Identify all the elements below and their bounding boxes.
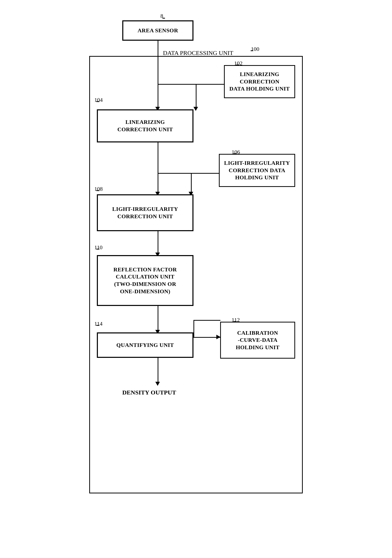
ref100-tick: [251, 50, 253, 51]
ref8-tick: [162, 18, 165, 19]
vline-quant-down: [158, 358, 158, 383]
vline-reflect-to-quant: [158, 306, 158, 331]
line-sensor-down: [158, 41, 158, 56]
vline-lin-data-down: [196, 84, 197, 108]
hline-to-light-unit: [158, 173, 219, 174]
ref108-tick: [96, 190, 99, 191]
ref-104: 104: [94, 97, 103, 103]
light-irr-data-box: LIGHT-IRREGULARITY CORRECTION DATA HOLDI…: [219, 154, 295, 187]
vline-light1: [158, 168, 158, 193]
vline-light-to-reflect: [158, 231, 158, 254]
linearizing-unit-box: LINEARIZING CORRECTION UNIT: [97, 109, 193, 142]
vline-light2: [191, 173, 192, 193]
quantifying-unit-box: QUANTIFYING UNIT: [97, 332, 193, 358]
area-sensor-box: AREA SENSOR: [122, 20, 193, 41]
light-irr-unit-box: LIGHT-IRREGULARITY CORRECTION UNIT: [97, 194, 193, 231]
vline-lin-to-light: [158, 142, 158, 168]
ref-114: 114: [94, 320, 102, 327]
linearizing-data-box: LINEARIZING CORRECTION DATA HOLDING UNIT: [224, 65, 295, 98]
arrow-density: [155, 382, 160, 386]
ref110-tick: [96, 249, 99, 249]
calibration-box: CALIBRATION -CURVE-DATA HOLDING UNIT: [220, 322, 295, 359]
hline-lin-data-to: [196, 84, 224, 85]
ref104-tick: [96, 101, 99, 102]
vline-to-lin-unit-2: [158, 84, 158, 108]
ref-108: 108: [94, 186, 103, 192]
diagram: 8 AREA SENSOR DATA PROCESSING UNIT 100 1…: [82, 10, 310, 544]
arrow-right-calib: [216, 335, 220, 339]
data-processing-label: DATA PROCESSING UNIT: [163, 50, 233, 56]
density-output-label: DENSITY OUTPUT: [122, 389, 176, 396]
vline-calib-down: [193, 320, 194, 332]
hline-calib-down: [193, 320, 220, 321]
ref-110: 110: [94, 244, 102, 251]
vline-quant-calib-up: [193, 331, 194, 337]
arrow-lin-data-down: [193, 107, 198, 111]
reflection-unit-box: REFLECTION FACTOR CALCULATION UNIT (TWO-…: [97, 255, 193, 306]
ref114-tick: [96, 325, 99, 326]
ref-100: 100: [251, 46, 259, 52]
